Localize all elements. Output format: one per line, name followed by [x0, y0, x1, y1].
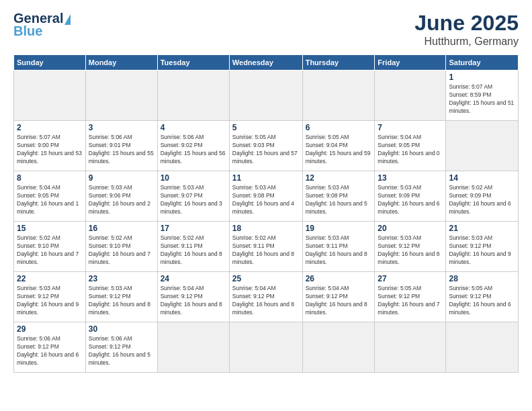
- sunset-text: Sunset: 9:12 PM: [378, 242, 420, 249]
- daylight-text: Daylight: 16 hours and 5 minutes.: [306, 200, 367, 215]
- logo-triangle-icon: [64, 14, 71, 25]
- day-number: 23: [89, 274, 154, 283]
- col-monday: Monday: [85, 55, 157, 71]
- logo: General Blue: [13, 11, 71, 39]
- sunrise-text: Sunrise: 5:02 AM: [232, 234, 276, 241]
- calendar-empty-cell: [302, 71, 375, 121]
- calendar-week-row: 2 Sunrise: 5:07 AM Sunset: 9:00 PM Dayli…: [14, 121, 519, 171]
- daylight-text: Daylight: 15 hours and 56 minutes.: [161, 150, 226, 165]
- sunset-text: Sunset: 9:10 PM: [17, 242, 59, 249]
- calendar-week-row: 22 Sunrise: 5:03 AM Sunset: 9:12 PM Dayl…: [14, 272, 519, 322]
- sunset-text: Sunset: 9:12 PM: [17, 343, 59, 350]
- calendar-week-row: 1 Sunrise: 5:07 AM Sunset: 8:59 PM Dayli…: [14, 71, 519, 121]
- daylight-text: Daylight: 16 hours and 8 minutes.: [161, 250, 222, 265]
- calendar-table: Sunday Monday Tuesday Wednesday Thursday…: [13, 54, 519, 373]
- sunrise-text: Sunrise: 5:06 AM: [89, 335, 132, 342]
- day-info: Sunrise: 5:02 AM Sunset: 9:11 PM Dayligh…: [161, 234, 226, 267]
- day-number: 20: [378, 224, 443, 233]
- calendar-day-cell: 14 Sunrise: 5:02 AM Sunset: 9:09 PM Dayl…: [446, 171, 519, 222]
- sunset-text: Sunset: 9:03 PM: [232, 142, 275, 148]
- day-info: Sunrise: 5:06 AM Sunset: 9:02 PM Dayligh…: [161, 134, 226, 166]
- sunrise-text: Sunrise: 5:03 AM: [306, 184, 349, 191]
- day-info: Sunrise: 5:04 AM Sunset: 9:12 PM Dayligh…: [161, 285, 226, 317]
- calendar-day-cell: 6 Sunrise: 5:05 AM Sunset: 9:04 PM Dayli…: [302, 121, 375, 171]
- calendar-empty-cell: [375, 71, 446, 121]
- calendar-day-cell: 11 Sunrise: 5:03 AM Sunset: 9:08 PM Dayl…: [229, 171, 302, 222]
- sunrise-text: Sunrise: 5:04 AM: [232, 285, 276, 291]
- day-info: Sunrise: 5:03 AM Sunset: 9:06 PM Dayligh…: [89, 184, 154, 216]
- calendar-day-cell: 4 Sunrise: 5:06 AM Sunset: 9:02 PM Dayli…: [157, 121, 229, 171]
- day-info: Sunrise: 5:05 AM Sunset: 9:12 PM Dayligh…: [449, 285, 515, 317]
- day-info: Sunrise: 5:03 AM Sunset: 9:12 PM Dayligh…: [89, 285, 154, 317]
- sunset-text: Sunset: 9:11 PM: [306, 242, 348, 249]
- day-number: 26: [306, 274, 372, 283]
- sunset-text: Sunset: 9:09 PM: [449, 192, 491, 199]
- daylight-text: Daylight: 16 hours and 8 minutes.: [161, 301, 222, 316]
- day-info: Sunrise: 5:03 AM Sunset: 9:09 PM Dayligh…: [378, 184, 443, 216]
- sunset-text: Sunset: 9:06 PM: [89, 192, 131, 199]
- day-info: Sunrise: 5:02 AM Sunset: 9:11 PM Dayligh…: [232, 234, 300, 267]
- calendar-day-cell: 13 Sunrise: 5:03 AM Sunset: 9:09 PM Dayl…: [375, 171, 446, 222]
- sunset-text: Sunset: 8:59 PM: [449, 91, 491, 98]
- sunrise-text: Sunrise: 5:04 AM: [161, 285, 204, 291]
- day-info: Sunrise: 5:06 AM Sunset: 9:12 PM Dayligh…: [17, 335, 83, 367]
- day-number: 8: [17, 173, 83, 183]
- daylight-text: Daylight: 16 hours and 6 minutes.: [449, 301, 511, 316]
- day-number: 11: [232, 173, 300, 183]
- calendar-week-row: 29 Sunrise: 5:06 AM Sunset: 9:12 PM Dayl…: [14, 322, 519, 373]
- daylight-text: Daylight: 16 hours and 6 minutes.: [449, 200, 511, 215]
- col-saturday: Saturday: [446, 55, 519, 71]
- calendar-day-cell: 1 Sunrise: 5:07 AM Sunset: 8:59 PM Dayli…: [446, 71, 519, 121]
- daylight-text: Daylight: 16 hours and 8 minutes.: [232, 250, 294, 265]
- sunset-text: Sunset: 9:08 PM: [306, 192, 348, 199]
- daylight-text: Daylight: 16 hours and 8 minutes.: [232, 301, 294, 316]
- day-info: Sunrise: 5:03 AM Sunset: 9:11 PM Dayligh…: [306, 234, 372, 267]
- day-info: Sunrise: 5:04 AM Sunset: 9:12 PM Dayligh…: [306, 285, 372, 317]
- sunset-text: Sunset: 9:12 PM: [17, 293, 59, 300]
- daylight-text: Daylight: 15 hours and 53 minutes.: [17, 150, 82, 165]
- calendar-day-cell: 21 Sunrise: 5:03 AM Sunset: 9:12 PM Dayl…: [446, 222, 519, 272]
- sunset-text: Sunset: 9:00 PM: [17, 142, 59, 148]
- calendar-day-cell: 25 Sunrise: 5:04 AM Sunset: 9:12 PM Dayl…: [229, 272, 302, 322]
- sunrise-text: Sunrise: 5:07 AM: [449, 83, 492, 90]
- sunset-text: Sunset: 9:12 PM: [89, 293, 131, 300]
- sunrise-text: Sunrise: 5:05 AM: [378, 285, 421, 291]
- sunrise-text: Sunrise: 5:03 AM: [89, 184, 132, 191]
- day-number: 6: [306, 123, 372, 132]
- col-sunday: Sunday: [14, 55, 86, 71]
- calendar-empty-cell: [157, 71, 229, 121]
- day-info: Sunrise: 5:06 AM Sunset: 9:12 PM Dayligh…: [89, 335, 154, 367]
- daylight-text: Daylight: 16 hours and 6 minutes.: [378, 200, 439, 215]
- sunrise-text: Sunrise: 5:04 AM: [17, 184, 60, 191]
- calendar-week-row: 8 Sunrise: 5:04 AM Sunset: 9:05 PM Dayli…: [14, 171, 519, 222]
- day-info: Sunrise: 5:05 AM Sunset: 9:12 PM Dayligh…: [378, 285, 443, 317]
- day-number: 18: [232, 224, 300, 233]
- day-info: Sunrise: 5:03 AM Sunset: 9:08 PM Dayligh…: [232, 184, 300, 216]
- day-number: 16: [89, 224, 154, 233]
- calendar-empty-cell: [85, 71, 157, 121]
- col-thursday: Thursday: [302, 55, 375, 71]
- sunrise-text: Sunrise: 5:04 AM: [378, 134, 421, 140]
- sunrise-text: Sunrise: 5:04 AM: [306, 285, 349, 291]
- day-number: 1: [449, 73, 515, 82]
- calendar-empty-cell: [229, 71, 302, 121]
- sunset-text: Sunset: 9:02 PM: [161, 142, 203, 148]
- daylight-text: Daylight: 16 hours and 2 minutes.: [89, 200, 150, 215]
- day-number: 25: [232, 274, 300, 283]
- calendar-day-cell: 3 Sunrise: 5:06 AM Sunset: 9:01 PM Dayli…: [85, 121, 157, 171]
- daylight-text: Daylight: 16 hours and 6 minutes.: [17, 351, 79, 366]
- sunrise-text: Sunrise: 5:02 AM: [449, 184, 492, 191]
- sunset-text: Sunset: 9:07 PM: [161, 192, 203, 199]
- daylight-text: Daylight: 16 hours and 8 minutes.: [378, 250, 439, 265]
- calendar-day-cell: 27 Sunrise: 5:05 AM Sunset: 9:12 PM Dayl…: [375, 272, 446, 322]
- sunset-text: Sunset: 9:12 PM: [232, 293, 275, 300]
- calendar-day-cell: 15 Sunrise: 5:02 AM Sunset: 9:10 PM Dayl…: [14, 222, 86, 272]
- sunrise-text: Sunrise: 5:03 AM: [161, 184, 204, 191]
- sunrise-text: Sunrise: 5:05 AM: [232, 134, 276, 140]
- sunrise-text: Sunrise: 5:02 AM: [89, 234, 132, 241]
- calendar-empty-cell: [14, 71, 86, 121]
- day-info: Sunrise: 5:07 AM Sunset: 9:00 PM Dayligh…: [17, 134, 83, 166]
- calendar-empty-cell: [446, 322, 519, 373]
- col-friday: Friday: [375, 55, 446, 71]
- calendar-day-cell: 17 Sunrise: 5:02 AM Sunset: 9:11 PM Dayl…: [157, 222, 229, 272]
